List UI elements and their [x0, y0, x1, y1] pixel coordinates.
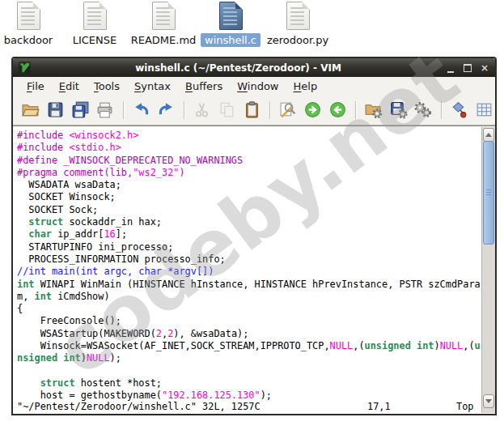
scroll-down-button[interactable]	[483, 394, 494, 408]
code-line: char ip_addr[16];	[17, 228, 481, 241]
file-label: README.md	[127, 33, 201, 47]
find-prev-icon	[328, 100, 347, 119]
code-line: {	[17, 303, 481, 315]
statusline-file-info: "~/Pentest/Zerodoor/winshell.c" 32L, 125…	[17, 401, 260, 413]
toolbar-save-session-button[interactable]	[387, 99, 409, 121]
code-line: //int main(int argc, char *argv[])	[17, 266, 481, 278]
desktop-file-readme.md[interactable]: README.md	[129, 2, 197, 47]
desktop-file-zerodoor.py[interactable]: zerodoor.py	[264, 2, 332, 47]
paste-icon	[243, 100, 261, 119]
save-icon	[46, 100, 65, 119]
code-line: SOCKET Sock;	[17, 204, 481, 216]
file-icon	[219, 2, 243, 30]
chevron-down-icon	[485, 399, 492, 403]
toolbar-paste-button[interactable]	[240, 99, 263, 121]
toolbar	[13, 95, 495, 126]
redo-icon	[157, 100, 176, 119]
toolbar-separator	[123, 101, 124, 119]
chevron-up-icon	[485, 133, 492, 137]
code-line: nsigned int)NULL);	[17, 352, 481, 364]
toolbar-find-replace-button[interactable]	[277, 99, 299, 121]
code-line: #define _WINSOCK_DEPRECATED_NO_WARNINGS	[17, 155, 481, 167]
scroll-up-button[interactable]	[483, 128, 494, 142]
code-line: #pragma comment(lib,"ws2_32")	[17, 167, 481, 179]
menu-item-file[interactable]: File	[19, 79, 52, 94]
file-label: zerodoor.py	[263, 33, 332, 47]
menu-item-tools[interactable]: Tools	[87, 79, 127, 94]
menu-item-buffers[interactable]: Buffers	[178, 79, 230, 94]
file-icon	[152, 2, 176, 30]
toolbar-load-session-button[interactable]	[362, 99, 385, 121]
find-replace-icon	[278, 100, 297, 119]
save-all-icon	[71, 100, 90, 119]
titlebar[interactable]: winshell.c (~/Pentest/Zerodoor) - VIM ×	[13, 58, 495, 77]
toolbar-find-next-button[interactable]	[302, 99, 324, 121]
toolbar-run-script-button[interactable]	[412, 99, 434, 121]
desktop-file-license[interactable]: LICENSE	[61, 2, 129, 47]
menu-item-window[interactable]: Window	[230, 79, 286, 94]
desktop-file-backdoor[interactable]: backdoor	[0, 2, 62, 47]
toolbar-find-prev-button[interactable]	[326, 99, 349, 121]
code-line: WSADATA wsaData;	[17, 179, 481, 191]
code-line: SOCKET Winsock;	[17, 191, 481, 203]
run-script-icon	[413, 100, 432, 119]
desktop: { "desktop": { "files": [ {"label": "bac…	[0, 0, 504, 430]
code-line: #include <stdio.h>	[17, 142, 481, 154]
toolbar-cut-button	[191, 99, 214, 121]
toolbar-print-button[interactable]	[94, 99, 116, 121]
file-icon	[17, 2, 40, 30]
undo-icon	[132, 100, 150, 119]
file-label: LICENSE	[69, 33, 121, 47]
code-line: PROCESS_INFORMATION processo_info;	[17, 253, 481, 266]
toolbar-separator	[269, 101, 270, 119]
code-line: int WINAPI WinMain (HINSTANCE hInstance,…	[17, 279, 481, 291]
toolbar-tags-button[interactable]	[472, 99, 495, 121]
vim-window: winshell.c (~/Pentest/Zerodoor) - VIM × …	[11, 57, 497, 415]
file-icon	[286, 2, 310, 30]
code-line: STARTUPINFO ini_processo;	[17, 241, 481, 253]
toolbar-separator	[355, 101, 356, 119]
minimize-button[interactable]	[446, 63, 455, 73]
statusline-cursor-position: 17,1	[367, 401, 391, 413]
make-icon	[450, 100, 468, 119]
load-session-icon	[364, 100, 383, 119]
vertical-scrollbar[interactable]	[481, 127, 495, 413]
desktop-file-winshell.c[interactable]: winshell.c	[197, 2, 265, 47]
file-label: backdoor	[0, 33, 57, 47]
code-line: WSAStartup(MAKEWORD(2,2), &wsaData);	[17, 328, 481, 340]
toolbar-separator	[441, 101, 442, 119]
find-next-icon	[303, 100, 322, 119]
menu-item-help[interactable]: Help	[286, 79, 324, 94]
code-line	[17, 365, 481, 377]
close-button[interactable]: ×	[480, 63, 489, 73]
code-line: FreeConsole();	[17, 315, 481, 327]
toolbar-open-button[interactable]	[19, 99, 42, 121]
scrollbar-thumb[interactable]	[483, 141, 494, 245]
maximize-button[interactable]	[463, 63, 472, 73]
toolbar-save-all-button[interactable]	[69, 99, 91, 121]
file-label: winshell.c	[201, 33, 260, 47]
toolbar-redo-button[interactable]	[155, 99, 177, 121]
toolbar-undo-button[interactable]	[130, 99, 153, 121]
print-icon	[95, 100, 114, 119]
save-session-icon	[389, 100, 408, 119]
window-controls: ×	[446, 63, 489, 73]
vim-logo-icon	[19, 62, 31, 74]
toolbar-make-button[interactable]	[448, 99, 471, 121]
menu-item-syntax[interactable]: Syntax	[127, 79, 178, 94]
window-title: winshell.c (~/Pentest/Zerodoor) - VIM	[36, 62, 441, 74]
toolbar-copy-button	[216, 99, 239, 121]
cut-icon	[193, 100, 211, 119]
vim-statusline: "~/Pentest/Zerodoor/winshell.c" 32L, 125…	[13, 401, 481, 413]
toolbar-separator	[184, 101, 184, 119]
tags-icon	[475, 100, 493, 119]
copy-icon	[218, 100, 236, 119]
code-line: Winsock=WSASocket(AF_INET,SOCK_STREAM,IP…	[17, 340, 481, 352]
text-editor-area[interactable]: #include <winsock2.h>#include <stdio.h>#…	[13, 126, 495, 414]
code-line: struct sockaddr_in hax;	[17, 216, 481, 228]
code-buffer: #include <winsock2.h>#include <stdio.h>#…	[13, 126, 481, 414]
menubar: FileEditToolsSyntaxBuffersWindowHelp	[13, 77, 495, 95]
toolbar-save-button[interactable]	[44, 99, 67, 121]
menu-item-edit[interactable]: Edit	[52, 79, 87, 94]
open-icon	[21, 100, 40, 119]
